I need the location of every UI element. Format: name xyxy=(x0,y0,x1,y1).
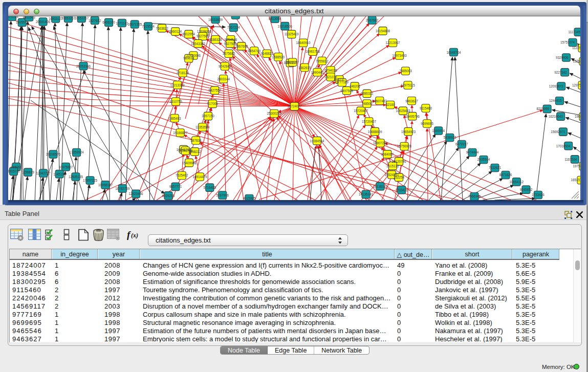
svg-text:1122543: 1122543 xyxy=(572,46,580,50)
svg-text:16033809: 16033809 xyxy=(208,18,223,21)
svg-text:12213967: 12213967 xyxy=(386,41,401,45)
svg-text:6479197: 6479197 xyxy=(455,142,468,146)
svg-text:1167534: 1167534 xyxy=(564,158,577,161)
svg-text:915061: 915061 xyxy=(11,165,22,169)
svg-text:20691406: 20691406 xyxy=(36,20,51,24)
svg-text:1297511: 1297511 xyxy=(572,83,580,87)
svg-text:16914479: 16914479 xyxy=(192,175,207,179)
svg-text:5716485: 5716485 xyxy=(204,186,216,189)
svg-text:16961758: 16961758 xyxy=(306,50,320,53)
svg-text:6466160: 6466160 xyxy=(102,20,115,24)
svg-text:9327500: 9327500 xyxy=(197,34,209,38)
svg-text:8960124: 8960124 xyxy=(169,30,182,33)
svg-text:12213383: 12213383 xyxy=(170,83,185,87)
svg-text:1362615: 1362615 xyxy=(298,66,311,70)
svg-text:7632621: 7632621 xyxy=(489,166,502,169)
svg-text:1651512: 1651512 xyxy=(571,178,580,182)
svg-text:252254: 252254 xyxy=(394,176,405,179)
svg-text:13226058: 13226058 xyxy=(197,30,212,33)
svg-text:5167906: 5167906 xyxy=(216,193,229,197)
svg-text:10973493: 10973493 xyxy=(393,54,407,57)
svg-text:15692971: 15692971 xyxy=(551,130,565,134)
svg-text:1326409: 1326409 xyxy=(573,59,580,63)
svg-text:11353594: 11353594 xyxy=(195,125,210,129)
svg-text:6497508: 6497508 xyxy=(340,89,353,93)
svg-text:2867608: 2867608 xyxy=(235,45,248,48)
svg-text:9084067: 9084067 xyxy=(381,152,394,156)
svg-text:3915711: 3915711 xyxy=(8,169,20,173)
svg-text:9463627: 9463627 xyxy=(405,99,418,103)
svg-text:8454749: 8454749 xyxy=(248,49,260,53)
svg-text:196530: 196530 xyxy=(575,115,580,118)
svg-text:9227342: 9227342 xyxy=(554,71,567,74)
svg-text:(x): (x) xyxy=(131,232,138,239)
svg-text:9245652: 9245652 xyxy=(520,188,533,191)
svg-text:16120746: 16120746 xyxy=(391,160,406,163)
svg-text:7625402: 7625402 xyxy=(176,173,188,177)
svg-text:10025433: 10025433 xyxy=(396,109,410,113)
svg-text:10958187: 10958187 xyxy=(98,183,113,187)
svg-text:7066345: 7066345 xyxy=(468,194,481,198)
svg-text:2803144: 2803144 xyxy=(217,77,230,81)
svg-text:15720407: 15720407 xyxy=(362,120,377,123)
svg-text:8811503: 8811503 xyxy=(23,16,36,19)
svg-text:17016504: 17016504 xyxy=(556,144,571,148)
svg-text:7663822: 7663822 xyxy=(156,27,168,30)
svg-text:1156829: 1156829 xyxy=(22,170,35,174)
svg-text:1071191: 1071191 xyxy=(116,21,128,25)
svg-text:3675685: 3675685 xyxy=(223,52,235,55)
svg-text:6270514: 6270514 xyxy=(8,16,18,18)
svg-text:15409948: 15409948 xyxy=(182,161,197,165)
svg-text:16495796: 16495796 xyxy=(405,115,420,118)
svg-text:587834: 587834 xyxy=(190,139,202,142)
svg-text:11325419: 11325419 xyxy=(285,32,299,36)
svg-text:16346766: 16346766 xyxy=(178,149,193,152)
svg-text:16671355: 16671355 xyxy=(127,23,142,26)
svg-text:1733426: 1733426 xyxy=(395,188,408,192)
svg-text:9857771: 9857771 xyxy=(169,185,182,188)
svg-text:10688609: 10688609 xyxy=(368,130,383,134)
svg-text:20206576: 20206576 xyxy=(46,152,61,156)
svg-text:1117345: 1117345 xyxy=(568,30,580,34)
svg-text:1145194: 1145194 xyxy=(53,172,66,176)
svg-text:9699695: 9699695 xyxy=(421,122,433,125)
svg-text:12975115: 12975115 xyxy=(401,83,415,87)
svg-text:10154808: 10154808 xyxy=(376,29,390,33)
svg-text:1615132: 1615132 xyxy=(386,164,399,168)
svg-text:f: f xyxy=(127,229,131,240)
svg-text:5938923: 5938923 xyxy=(444,136,456,139)
svg-text:15751074: 15751074 xyxy=(560,40,575,44)
svg-text:8603172: 8603172 xyxy=(229,16,242,17)
svg-text:8471626: 8471626 xyxy=(499,173,512,177)
svg-text:8186328: 8186328 xyxy=(209,38,222,41)
svg-text:19384554: 19384554 xyxy=(310,139,324,143)
svg-text:6794028: 6794028 xyxy=(324,69,337,72)
svg-text:1990443: 1990443 xyxy=(311,71,324,74)
svg-text:1640954: 1640954 xyxy=(432,129,445,133)
svg-text:1733426: 1733426 xyxy=(532,193,545,196)
svg-text:1610755: 1610755 xyxy=(169,100,182,103)
svg-text:10607487: 10607487 xyxy=(373,99,387,103)
svg-text:19218506: 19218506 xyxy=(278,25,293,28)
svg-text:14136141: 14136141 xyxy=(373,185,388,188)
svg-text:9474444: 9474444 xyxy=(466,150,479,154)
svg-text:1985493: 1985493 xyxy=(168,117,181,120)
svg-text:8813054: 8813054 xyxy=(269,17,281,20)
svg-text:10653267: 10653267 xyxy=(74,16,89,20)
svg-text:25053346: 25053346 xyxy=(76,64,91,68)
svg-text:1405571: 1405571 xyxy=(16,20,29,24)
svg-text:12093872: 12093872 xyxy=(549,84,564,88)
svg-text:16543382: 16543382 xyxy=(191,42,206,46)
svg-text:7357224: 7357224 xyxy=(227,26,240,29)
svg-text:4015985: 4015985 xyxy=(243,196,256,200)
svg-text:17957225: 17957225 xyxy=(83,179,98,182)
svg-text:7515524: 7515524 xyxy=(142,25,155,28)
svg-text:989614: 989614 xyxy=(183,56,194,60)
svg-text:16782759: 16782759 xyxy=(115,187,130,190)
svg-text:1244415: 1244415 xyxy=(549,99,562,102)
svg-text:16210643: 16210643 xyxy=(549,115,563,118)
svg-text:10654112: 10654112 xyxy=(510,180,524,184)
svg-text:9254546: 9254546 xyxy=(225,38,237,41)
svg-text:25300275: 25300275 xyxy=(267,112,282,115)
svg-text:8912954: 8912954 xyxy=(183,32,195,36)
